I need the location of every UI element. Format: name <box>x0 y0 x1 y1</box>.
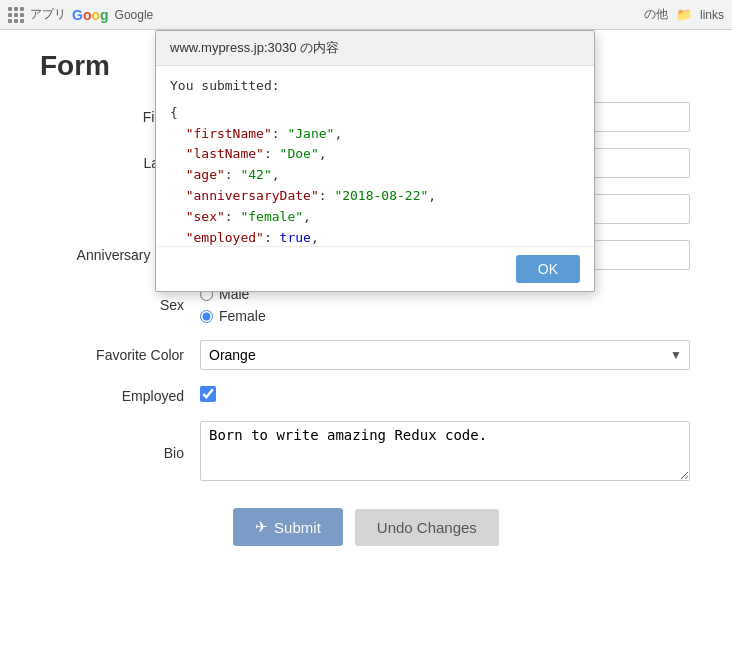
modal-header: www.mypress.jp:3030 の内容 <box>156 31 594 66</box>
json-display: { "firstName": "Jane", "lastName": "Doe"… <box>170 103 580 246</box>
modal-footer: OK <box>156 246 594 291</box>
modal-overlay: www.mypress.jp:3030 の内容 You submitted: {… <box>0 0 732 566</box>
submitted-label: You submitted: <box>170 76 580 97</box>
modal-ok-button[interactable]: OK <box>516 255 580 283</box>
ok-label: OK <box>538 261 558 277</box>
modal-title: www.mypress.jp:3030 の内容 <box>170 40 339 55</box>
modal-body[interactable]: You submitted: { "firstName": "Jane", "l… <box>156 66 594 246</box>
modal-dialog: www.mypress.jp:3030 の内容 You submitted: {… <box>155 30 595 292</box>
